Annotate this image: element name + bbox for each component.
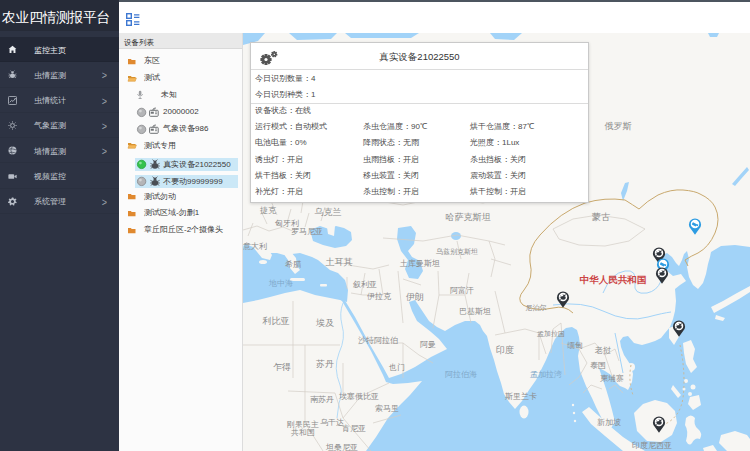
svg-text:乌兹别克斯坦: 乌兹别克斯坦 (436, 248, 478, 256)
svg-text:地中海: 地中海 (268, 279, 293, 288)
svg-text:孟加拉湾: 孟加拉湾 (530, 370, 562, 379)
svg-text:埃塞俄比亚: 埃塞俄比亚 (338, 392, 379, 401)
svg-text:土库曼斯坦: 土库曼斯坦 (399, 259, 440, 268)
svg-text:伊拉克: 伊拉克 (367, 292, 392, 301)
svg-text:意大利: 意大利 (243, 242, 267, 251)
svg-text:蒙古: 蒙古 (592, 212, 610, 222)
svg-text:缅甸: 缅甸 (567, 341, 583, 350)
svg-text:沙特阿拉伯: 沙特阿拉伯 (358, 336, 398, 345)
svg-text:苏丹: 苏丹 (316, 359, 334, 369)
svg-text:乍得: 乍得 (273, 362, 291, 372)
svg-text:尼泊尔: 尼泊尔 (526, 304, 547, 312)
svg-text:捷克: 捷克 (260, 206, 277, 215)
svg-text:土耳其: 土耳其 (326, 257, 353, 267)
svg-text:阿拉伯海: 阿拉伯海 (445, 370, 477, 379)
svg-text:也门: 也门 (389, 363, 405, 372)
svg-text:乌干达: 乌干达 (320, 418, 344, 427)
svg-text:哈萨克斯坦: 哈萨克斯坦 (446, 212, 491, 222)
svg-text:索马里: 索马里 (375, 404, 399, 413)
svg-text:俄罗斯: 俄罗斯 (605, 121, 632, 131)
svg-text:南苏丹: 南苏丹 (310, 395, 334, 404)
svg-text:阿曼: 阿曼 (420, 340, 436, 349)
svg-text:泰国: 泰国 (590, 361, 606, 370)
svg-text:柬埔寨: 柬埔寨 (600, 374, 624, 383)
svg-text:肯尼亚: 肯尼亚 (342, 424, 366, 433)
svg-text:阿富汗: 阿富汗 (450, 286, 474, 295)
svg-text:老挝: 老挝 (594, 346, 611, 355)
svg-text:坦桑尼亚: 坦桑尼亚 (325, 443, 358, 451)
svg-text:新加坡: 新加坡 (597, 418, 621, 427)
svg-text:共和国: 共和国 (291, 428, 315, 437)
svg-text:罗马尼亚: 罗马尼亚 (291, 227, 323, 236)
svg-text:叙利亚: 叙利亚 (353, 280, 377, 289)
svg-text:希腊: 希腊 (285, 260, 301, 269)
svg-text:乌克兰: 乌克兰 (315, 207, 342, 217)
svg-text:斯里兰卡: 斯里兰卡 (505, 392, 537, 401)
svg-text:孟加拉国: 孟加拉国 (537, 330, 565, 338)
svg-text:利比亚: 利比亚 (262, 316, 290, 326)
svg-text:伊朗: 伊朗 (406, 292, 424, 302)
svg-text:印度尼西亚: 印度尼西亚 (632, 441, 672, 450)
svg-text:印度: 印度 (496, 345, 514, 355)
svg-text:中华人民共和国: 中华人民共和国 (580, 274, 647, 285)
svg-text:埃及: 埃及 (315, 318, 334, 328)
svg-text:巴基斯坦: 巴基斯坦 (459, 307, 491, 316)
